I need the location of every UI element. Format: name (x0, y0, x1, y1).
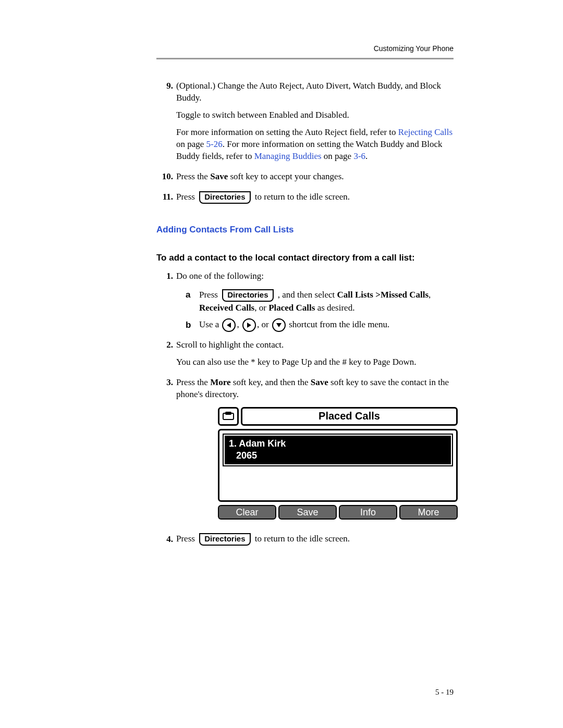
step-11-text: Press Directories to return to the idle … (176, 191, 454, 204)
call-entry-number: 2065 (229, 450, 447, 462)
step-number: 10. (156, 171, 176, 188)
left-arrow-key (222, 318, 236, 332)
softkey-clear: Clear (218, 505, 276, 520)
link-managing-buddies[interactable]: Managing Buddies (254, 151, 322, 161)
step-9-p2: Toggle to switch between Enabled and Dis… (176, 109, 454, 121)
step-1-text: Do one of the following: (176, 270, 454, 282)
softkey-row: Clear Save Info More (218, 505, 458, 520)
header-rule (156, 58, 454, 59)
running-header: Customizing Your Phone (156, 44, 454, 53)
page-ref-5-26[interactable]: 5-26 (206, 139, 223, 149)
directories-key: Directories (199, 191, 250, 204)
right-arrow-key (242, 318, 256, 332)
step-1: 1. Do one of the following: a Press Dire… (156, 270, 454, 337)
directories-key: Directories (199, 533, 250, 546)
directories-key: Directories (222, 289, 273, 302)
softkey-save: Save (278, 505, 337, 520)
step-number: 9. (156, 80, 176, 168)
step-4-text: Press Directories to return to the idle … (176, 533, 454, 546)
step-number: 2. (156, 339, 176, 374)
down-arrow-key (272, 318, 286, 332)
procedure-heading: To add a contact to the local contact di… (156, 253, 454, 263)
substep-letter: b (186, 319, 199, 332)
step-2: 2. Scroll to highlight the contact. You … (156, 339, 454, 374)
step-number: 3. (156, 377, 176, 530)
softkey-more: More (399, 505, 458, 520)
phone-list-area: 1. Adam Kirk 2065 (218, 429, 458, 502)
substep-b-body: Use a , , or shortcut from the idle menu… (199, 318, 454, 332)
link-rejecting-calls[interactable]: Rejecting Calls (398, 127, 452, 137)
section-heading: Adding Contacts From Call Lists (156, 225, 454, 235)
call-list-entry-selected: 1. Adam Kirk 2065 (225, 436, 451, 464)
phone-screenshot: Placed Calls 1. Adam Kirk 2065 Clear Sav… (218, 407, 458, 520)
step-number: 1. (156, 270, 176, 337)
substep-b: b Use a , , or shortcut from the idle me… (186, 318, 454, 332)
step-11: 11. Press Directories to return to the i… (156, 191, 454, 204)
substep-letter: a (186, 289, 199, 302)
phone-handset-icon (218, 407, 239, 426)
page-ref-3-6[interactable]: 3-6 (353, 151, 365, 161)
step-3: 3. Press the More soft key, and then the… (156, 377, 454, 530)
phone-screen-title: Placed Calls (241, 407, 458, 426)
step-number: 11. (156, 191, 176, 203)
step-number: 4. (156, 534, 176, 546)
step-9-p1: (Optional.) Change the Auto Reject, Auto… (176, 80, 454, 104)
step-2-p1: Scroll to highlight the contact. (176, 339, 454, 351)
step-9: 9. (Optional.) Change the Auto Reject, A… (156, 80, 454, 168)
softkey-info: Info (339, 505, 397, 520)
page-number: 5 - 19 (435, 688, 454, 697)
substep-a: a Press Directories , and then select Ca… (186, 289, 454, 315)
svg-rect-1 (225, 412, 231, 415)
step-10: 10. Press the Save soft key to accept yo… (156, 171, 454, 188)
call-entry-name: 1. Adam Kirk (229, 438, 447, 450)
step-10-text: Press the Save soft key to accept your c… (176, 171, 454, 183)
step-3-text: Press the More soft key, and then the Sa… (176, 377, 458, 401)
substep-a-body: Press Directories , and then select Call… (199, 289, 454, 315)
step-2-p2: You can also use the * key to Page Up an… (176, 356, 454, 368)
step-9-p3: For more information on setting the Auto… (176, 127, 454, 163)
step-4: 4. Press Directories to return to the id… (156, 533, 454, 546)
